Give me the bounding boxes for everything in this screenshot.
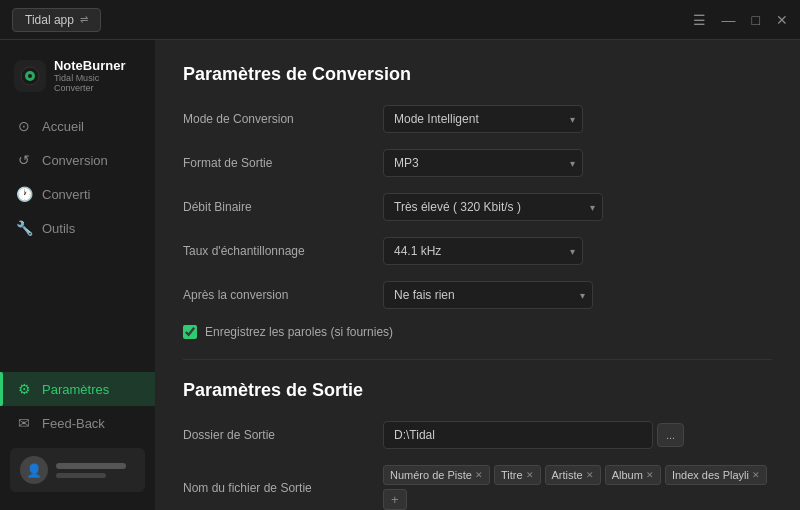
row-paroles: Enregistrez les paroles (si fournies) [183, 325, 772, 339]
control-mode-conversion: Mode Intelligent Mode Normal [383, 105, 772, 133]
logo-text: NoteBurner Tidal Music Converter [54, 58, 141, 93]
sidebar-item-feedback[interactable]: ✉ Feed-Back [0, 406, 155, 440]
app-name: NoteBurner [54, 58, 141, 73]
tag-numero-piste-close[interactable]: ✕ [475, 470, 483, 480]
row-taux-echantillonnage: Taux d'échantillonnage 44.1 kHz 48 kHz [183, 237, 772, 265]
section-divider-1 [183, 359, 772, 360]
tags-container: Numéro de Piste ✕ Titre ✕ Artiste ✕ Albu… [383, 465, 772, 510]
section-title-conversion: Paramètres de Conversion [183, 64, 772, 85]
control-dossier-sortie: ... [383, 421, 772, 449]
label-debit-binaire: Débit Binaire [183, 200, 383, 214]
select-wrapper-apres: Ne fais rien Ouvrir le dossier de sortie… [383, 281, 593, 309]
tag-add-button[interactable]: + [383, 489, 407, 510]
sidebar-item-converti[interactable]: 🕐 Converti [0, 177, 155, 211]
tag-titre[interactable]: Titre ✕ [494, 465, 541, 485]
app-body: NoteBurner Tidal Music Converter ⊙ Accue… [0, 40, 800, 510]
dossier-sortie-input[interactable] [383, 421, 653, 449]
logo-svg [19, 65, 41, 87]
tag-numero-piste[interactable]: Numéro de Piste ✕ [383, 465, 490, 485]
logo-icon [14, 60, 46, 92]
label-dossier-sortie: Dossier de Sortie [183, 428, 383, 442]
outils-icon: 🔧 [16, 220, 32, 236]
tag-artiste[interactable]: Artiste ✕ [545, 465, 601, 485]
user-sub-placeholder [56, 473, 106, 478]
select-wrapper-debit: Très élevé ( 320 Kbit/s ) Élevé ( 256 Kb… [383, 193, 603, 221]
sidebar-bottom: 👤 [0, 440, 155, 500]
main-content: Paramètres de Conversion Mode de Convers… [155, 40, 800, 510]
select-debit-binaire[interactable]: Très élevé ( 320 Kbit/s ) Élevé ( 256 Kb… [383, 193, 603, 221]
control-apres-conversion: Ne fais rien Ouvrir le dossier de sortie… [383, 281, 772, 309]
titlebar: Tidal app ⇌ ☰ — □ ✕ [0, 0, 800, 40]
paroles-label: Enregistrez les paroles (si fournies) [205, 325, 393, 339]
user-name-placeholder [56, 463, 126, 469]
tidal-tab-icon: ⇌ [80, 14, 88, 25]
tag-album-close[interactable]: ✕ [646, 470, 654, 480]
row-format-sortie: Format de Sortie MP3 AAC FLAC WAV [183, 149, 772, 177]
feedback-icon: ✉ [16, 415, 32, 431]
conversion-icon: ↺ [16, 152, 32, 168]
tag-artiste-close[interactable]: ✕ [586, 470, 594, 480]
row-dossier-sortie: Dossier de Sortie ... [183, 421, 772, 449]
sidebar-item-accueil[interactable]: ⊙ Accueil [0, 109, 155, 143]
sidebar-item-converti-label: Converti [42, 187, 90, 202]
tidal-tab[interactable]: Tidal app ⇌ [12, 8, 101, 32]
avatar: 👤 [20, 456, 48, 484]
tag-artiste-label: Artiste [552, 469, 583, 481]
row-mode-conversion: Mode de Conversion Mode Intelligent Mode… [183, 105, 772, 133]
menu-icon[interactable]: ☰ [693, 12, 706, 28]
paroles-checkbox[interactable] [183, 325, 197, 339]
select-format-sortie[interactable]: MP3 AAC FLAC WAV [383, 149, 583, 177]
tag-index-playli-label: Index des Playli [672, 469, 749, 481]
dossier-input-group: ... [383, 421, 772, 449]
sidebar-item-feedback-label: Feed-Back [42, 416, 105, 431]
sidebar-item-parametres-label: Paramètres [42, 382, 109, 397]
sidebar-item-outils[interactable]: 🔧 Outils [0, 211, 155, 245]
user-profile[interactable]: 👤 [10, 448, 145, 492]
converti-icon: 🕐 [16, 186, 32, 202]
label-nom-fichier: Nom du fichier de Sortie [183, 481, 383, 495]
sidebar-item-accueil-label: Accueil [42, 119, 84, 134]
label-apres-conversion: Après la conversion [183, 288, 383, 302]
user-info [56, 463, 135, 478]
row-debit-binaire: Débit Binaire Très élevé ( 320 Kbit/s ) … [183, 193, 772, 221]
tag-album[interactable]: Album ✕ [605, 465, 661, 485]
svg-point-2 [28, 74, 32, 78]
select-apres-conversion[interactable]: Ne fais rien Ouvrir le dossier de sortie… [383, 281, 593, 309]
parametres-icon: ⚙ [16, 381, 32, 397]
select-wrapper-mode: Mode Intelligent Mode Normal [383, 105, 583, 133]
sidebar-item-conversion-label: Conversion [42, 153, 108, 168]
maximize-icon[interactable]: □ [752, 12, 760, 28]
select-wrapper-taux: 44.1 kHz 48 kHz [383, 237, 583, 265]
tag-index-playli-close[interactable]: ✕ [752, 470, 760, 480]
tag-titre-label: Titre [501, 469, 523, 481]
app-subtitle: Tidal Music Converter [54, 73, 141, 93]
browse-button[interactable]: ... [657, 423, 684, 447]
control-nom-fichier: Numéro de Piste ✕ Titre ✕ Artiste ✕ Albu… [383, 465, 772, 510]
sidebar-item-outils-label: Outils [42, 221, 75, 236]
app-logo: NoteBurner Tidal Music Converter [0, 50, 155, 109]
accueil-icon: ⊙ [16, 118, 32, 134]
section-title-sortie: Paramètres de Sortie [183, 380, 772, 401]
close-icon[interactable]: ✕ [776, 12, 788, 28]
tag-index-playli[interactable]: Index des Playli ✕ [665, 465, 767, 485]
control-debit-binaire: Très élevé ( 320 Kbit/s ) Élevé ( 256 Kb… [383, 193, 772, 221]
minimize-icon[interactable]: — [722, 12, 736, 28]
window-controls: ☰ — □ ✕ [693, 12, 788, 28]
control-taux-echantillonnage: 44.1 kHz 48 kHz [383, 237, 772, 265]
sidebar-item-parametres[interactable]: ⚙ Paramètres [0, 372, 155, 406]
row-apres-conversion: Après la conversion Ne fais rien Ouvrir … [183, 281, 772, 309]
select-taux-echantillonnage[interactable]: 44.1 kHz 48 kHz [383, 237, 583, 265]
sidebar: NoteBurner Tidal Music Converter ⊙ Accue… [0, 40, 155, 510]
tag-album-label: Album [612, 469, 643, 481]
label-mode-conversion: Mode de Conversion [183, 112, 383, 126]
select-wrapper-format: MP3 AAC FLAC WAV [383, 149, 583, 177]
tidal-tab-label: Tidal app [25, 13, 74, 27]
label-taux-echantillonnage: Taux d'échantillonnage [183, 244, 383, 258]
tag-numero-piste-label: Numéro de Piste [390, 469, 472, 481]
row-nom-fichier: Nom du fichier de Sortie Numéro de Piste… [183, 465, 772, 510]
sidebar-item-conversion[interactable]: ↺ Conversion [0, 143, 155, 177]
control-format-sortie: MP3 AAC FLAC WAV [383, 149, 772, 177]
tag-titre-close[interactable]: ✕ [526, 470, 534, 480]
label-format-sortie: Format de Sortie [183, 156, 383, 170]
select-mode-conversion[interactable]: Mode Intelligent Mode Normal [383, 105, 583, 133]
